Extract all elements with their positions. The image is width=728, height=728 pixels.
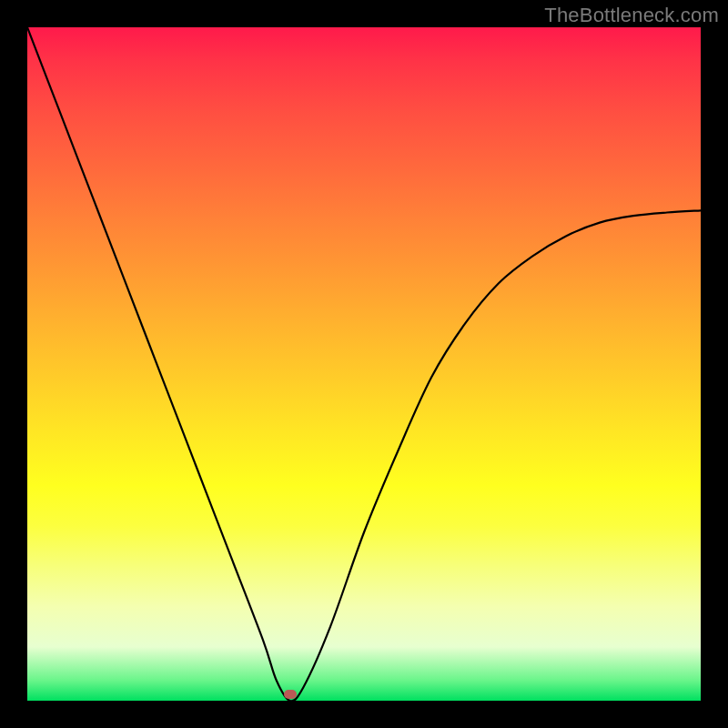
- watermark-text: TheBottleneck.com: [544, 4, 719, 27]
- plot-area: [27, 27, 701, 701]
- curve-path: [27, 27, 701, 701]
- optimal-point-marker: [284, 690, 297, 699]
- bottleneck-curve: [27, 27, 701, 701]
- chart-frame: TheBottleneck.com: [0, 0, 728, 728]
